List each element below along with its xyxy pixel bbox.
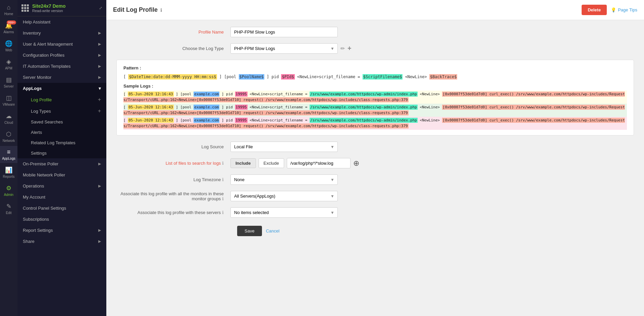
- sidebar-item-control-panel[interactable]: Control Panel Settings: [17, 203, 106, 214]
- sidebar-sub-log-profile[interactable]: Log Profile +: [24, 94, 106, 105]
- files-row: List of files to search for logs ℹ Inclu…: [116, 158, 634, 168]
- network-icon: ⬡: [6, 130, 11, 138]
- web-icon: 🌐: [5, 40, 12, 47]
- sidebar-item-share[interactable]: Share ▶: [17, 236, 106, 247]
- nav-edit-label: Edit: [6, 211, 11, 215]
- settings-label: Settings: [31, 151, 101, 156]
- vmware-icon: ◫: [6, 94, 12, 102]
- sidebar-sub-saved-searches[interactable]: Saved Searches: [24, 117, 106, 127]
- log-type-select[interactable]: PHP-FPM Slow Logs: [230, 43, 338, 54]
- cancel-button[interactable]: Cancel: [266, 226, 279, 236]
- sidebar-item-config[interactable]: Configuration Profiles ▶: [17, 50, 106, 61]
- applogs-arrow: ▾: [99, 86, 101, 91]
- add-file-button[interactable]: ⊕: [353, 159, 359, 168]
- control-panel-label: Control Panel Settings: [23, 206, 101, 211]
- log-profile-add-icon[interactable]: +: [98, 97, 101, 103]
- report-settings-arrow: ▶: [98, 228, 101, 232]
- nav-applogs[interactable]: ≡ AppLogs: [0, 146, 17, 163]
- report-settings-label: Report Settings: [23, 228, 98, 233]
- monitor-groups-select[interactable]: All Servers(AppLogs): [230, 191, 338, 201]
- sidebar-item-my-account[interactable]: My Account: [17, 192, 106, 203]
- nav-edit[interactable]: ✎ Edit: [0, 200, 17, 217]
- sidebar-item-subscriptions[interactable]: Subscriptions: [17, 214, 106, 225]
- sidebar-sub-settings[interactable]: Settings: [24, 148, 106, 158]
- file-path-input[interactable]: [287, 158, 351, 168]
- it-automation-label: IT Automation Templates: [23, 64, 98, 69]
- main-content: Edit Log Profile ℹ Delete 💡 Page Tips Pr…: [106, 0, 644, 316]
- server-icon: ▤: [6, 76, 12, 84]
- log-types-add-icon[interactable]: +: [98, 108, 101, 114]
- files-label-text: List of files to search for logs: [166, 161, 221, 166]
- sidebar-item-on-premise[interactable]: On-Premise Poller ▶: [17, 158, 106, 169]
- nav-vmware[interactable]: ◫ VMware: [0, 92, 17, 109]
- log-type-add-icon[interactable]: +: [347, 45, 352, 52]
- nav-alarms-label: Alarms: [3, 30, 14, 34]
- my-account-label: My Account: [23, 195, 101, 200]
- nav-server[interactable]: ▤ Server: [0, 73, 17, 91]
- nav-admin[interactable]: ⚙ Admin: [0, 182, 17, 199]
- config-arrow: ▶: [98, 53, 101, 57]
- sidebar-item-inventory[interactable]: Inventory ▶: [17, 28, 106, 39]
- sidebar: Site24x7 Demo Read-write version ⤢ Help …: [17, 0, 106, 316]
- sidebar-item-server-monitor[interactable]: Server Monitor ▶: [17, 72, 106, 83]
- saved-searches-label: Saved Searches: [31, 119, 101, 124]
- reports-icon: 📊: [5, 166, 12, 174]
- servers-label-text: Associate this log profile with these se…: [138, 210, 221, 215]
- nav-alarms[interactable]: 999+ 🔔 Alarms: [0, 19, 17, 37]
- profile-name-input[interactable]: [230, 27, 338, 37]
- servers-select[interactable]: No items selected: [230, 207, 338, 218]
- nav-web[interactable]: 🌐 Web: [0, 37, 17, 55]
- save-button[interactable]: Save: [237, 226, 262, 236]
- log-source-select[interactable]: Local File Syslog Docker Kubernetes: [230, 142, 338, 152]
- log2-pool: example.com: [194, 105, 219, 110]
- config-label: Configuration Profiles: [23, 53, 98, 58]
- sidebar-item-user-alert[interactable]: User & Alert Management ▶: [17, 39, 106, 50]
- log1-time: 05-Jun-2020 12:16:43: [128, 92, 173, 97]
- sample-log-2: [ 05-Jun-2020 12:16:43 ] [pool example.c…: [123, 104, 627, 117]
- nav-home[interactable]: ⌂ Home: [0, 1, 17, 18]
- sidebar-item-it-automation[interactable]: IT Automation Templates ▶: [17, 61, 106, 72]
- log1-path: /srv/www/example.com/httpdocs/wp-admin/i…: [310, 92, 418, 97]
- sidebar-sub-related-log-templates[interactable]: Related Log Templates: [24, 138, 106, 148]
- nav-reports[interactable]: 📊 Reports: [0, 164, 17, 181]
- log-type-controls: PHP-FPM Slow Logs ▼ ✏ +: [230, 43, 352, 54]
- nav-cloud[interactable]: ☁ Cloud: [0, 110, 17, 127]
- log3-pool: example.com: [194, 118, 219, 123]
- monitor-groups-row: Associate this log profile with all the …: [116, 191, 634, 201]
- page-tips-button[interactable]: 💡 Page Tips: [611, 7, 637, 12]
- nav-vmware-label: VMware: [3, 103, 15, 106]
- sidebar-sub-log-types[interactable]: Log Types +: [24, 105, 106, 117]
- inventory-label: Inventory: [23, 31, 98, 36]
- sidebar-item-operations[interactable]: Operations ▶: [17, 180, 106, 192]
- nav-apm[interactable]: ◈ APM: [0, 55, 17, 73]
- log2-pid: 19995: [235, 105, 248, 110]
- page-header-info-icon: ℹ: [160, 7, 162, 13]
- profile-name-row: Profile Name: [116, 27, 634, 37]
- servers-row: Associate this log profile with these se…: [116, 207, 634, 218]
- sidebar-item-applogs[interactable]: AppLogs ▾: [17, 83, 106, 94]
- user-alert-label: User & Alert Management: [23, 42, 98, 47]
- delete-button[interactable]: Delete: [582, 5, 607, 15]
- log-source-select-wrap: Local File Syslog Docker Kubernetes ▼: [230, 142, 338, 152]
- sidebar-item-mobile-network[interactable]: Mobile Network Poller: [17, 169, 106, 180]
- pattern-mid2: ] pid: [264, 74, 281, 79]
- sidebar-item-help[interactable]: Help Assistant: [17, 16, 106, 28]
- files-help-icon: ℹ: [222, 161, 224, 166]
- nav-network[interactable]: ⬡ Network: [0, 128, 17, 145]
- profile-name-label: Profile Name: [116, 30, 230, 35]
- include-button[interactable]: Include: [230, 158, 256, 168]
- nav-web-label: Web: [5, 48, 12, 52]
- log-timezone-select[interactable]: None UTC US/Eastern US/Pacific: [230, 174, 338, 185]
- user-alert-arrow: ▶: [98, 42, 101, 46]
- exclude-button[interactable]: Exclude: [259, 158, 284, 168]
- sidebar-header: Site24x7 Demo Read-write version ⤢: [17, 0, 106, 16]
- expand-icon[interactable]: ⤢: [99, 6, 102, 10]
- sidebar-sub-alerts[interactable]: Alerts: [24, 127, 106, 138]
- monitor-groups-label: Associate this log profile with all the …: [116, 191, 230, 201]
- log-type-edit-icon[interactable]: ✏: [340, 45, 345, 52]
- log3-path: /srv/www/example.com/httpdocs/wp-admin/i…: [310, 118, 418, 123]
- sidebar-item-report-settings[interactable]: Report Settings ▶: [17, 225, 106, 236]
- log2-path: /srv/www/example.com/httpdocs/wp-admin/i…: [310, 105, 418, 110]
- on-premise-label: On-Premise Poller: [23, 161, 98, 166]
- nav-cloud-label: Cloud: [4, 121, 13, 124]
